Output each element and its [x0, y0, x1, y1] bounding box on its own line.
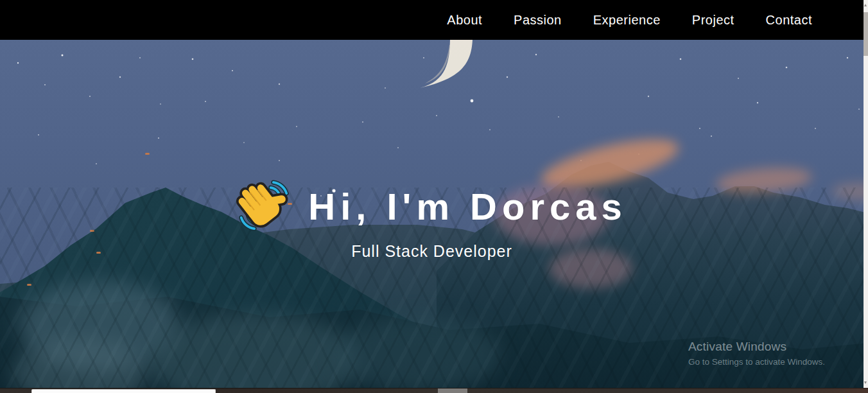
scrollbar-thumb[interactable] — [864, 12, 868, 56]
scrollbar-down-arrow-icon[interactable] — [864, 381, 867, 384]
hero-title: Hi, I'm Dorcas — [308, 188, 627, 225]
taskbar-sliver — [0, 388, 868, 393]
hero-content: Hi, I'm Dorcas Full Stack Developer — [0, 180, 864, 261]
nav-item-passion[interactable]: Passion — [514, 13, 562, 28]
watermark-line2: Go to Settings to activate Windows. — [688, 357, 825, 367]
browser-viewport: About Passion Experience Project Contact — [0, 0, 868, 393]
watermark-line1: Activate Windows — [688, 340, 825, 354]
hero-section: Hi, I'm Dorcas Full Stack Developer Acti… — [0, 40, 868, 388]
nav-item-contact[interactable]: Contact — [766, 13, 812, 28]
vertical-scrollbar[interactable] — [864, 0, 868, 388]
taskbar-search-box[interactable] — [31, 389, 216, 393]
hero-subtitle: Full Stack Developer — [0, 242, 864, 261]
activate-windows-watermark: Activate Windows Go to Settings to activ… — [688, 340, 825, 367]
waving-hand-icon — [236, 179, 291, 232]
ridge-glint — [145, 153, 150, 155]
nav-item-project[interactable]: Project — [692, 13, 734, 28]
nav-item-about[interactable]: About — [447, 13, 482, 28]
taskbar-app-button[interactable] — [438, 389, 467, 393]
scrollbar-up-arrow-icon[interactable] — [864, 4, 867, 6]
nav-item-experience[interactable]: Experience — [593, 13, 661, 28]
top-navbar: About Passion Experience Project Contact — [0, 0, 864, 40]
